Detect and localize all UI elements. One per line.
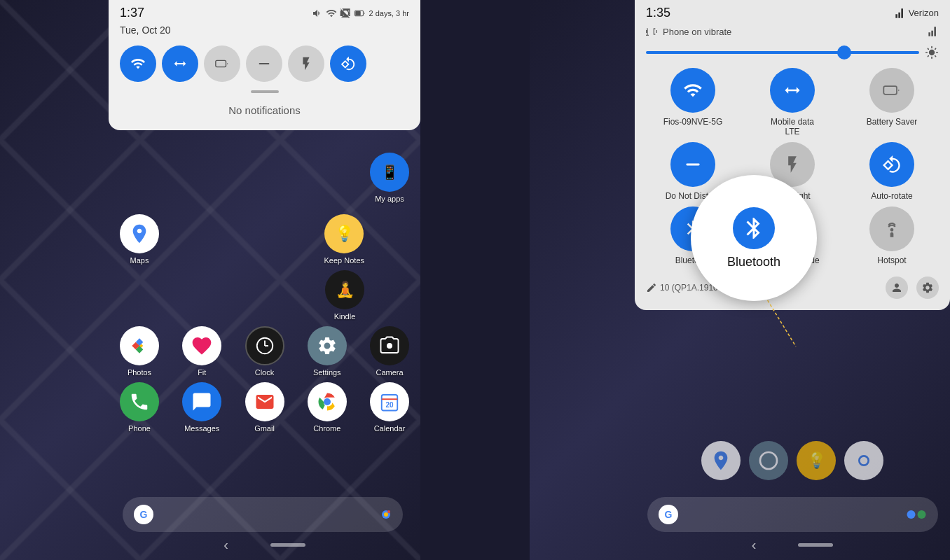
app-label-kindle: Kindle: [334, 312, 356, 321]
tile-battery-icon: [869, 68, 914, 113]
left-home-indicator[interactable]: [270, 543, 305, 547]
tile-hotspot-icon: [869, 206, 914, 251]
app-clock[interactable]: Clock: [245, 326, 284, 377]
tile-wifi-label: Fios-09NVE-5G: [663, 117, 723, 127]
right-phone: 💡 1:35 Verizon Phone on vibrate: [530, 0, 950, 560]
left-status-bar: 1:37 2 days, 3 hr: [109, 0, 420, 23]
tile-wifi-icon: [670, 68, 715, 113]
svg-point-18: [907, 510, 916, 519]
toggle-wifi[interactable]: [120, 46, 156, 82]
app-label-phone: Phone: [128, 424, 151, 433]
mic-icon-left: [375, 506, 392, 523]
left-phone: 📱 My apps Maps 💡 Keep Notes: [0, 0, 420, 560]
battery-text: 2 days, 3 hr: [369, 9, 409, 18]
panel-settings-icon[interactable]: [916, 276, 939, 299]
no-notifications-text: No notifications: [109, 96, 420, 125]
app-photos[interactable]: Photos: [120, 326, 159, 377]
left-nav-bar: ‹: [109, 537, 420, 553]
left-time: 1:37: [120, 6, 144, 20]
tile-mobiledata-label: Mobile data LTE: [771, 117, 814, 136]
right-home-indicator[interactable]: [798, 543, 833, 547]
svg-point-19: [918, 510, 926, 519]
app-label-settings: Settings: [313, 368, 341, 377]
app-chrome[interactable]: Chrome: [308, 382, 347, 433]
app-maps[interactable]: Maps: [120, 214, 159, 265]
toggle-battery[interactable]: [204, 46, 240, 82]
app-label-calendar: Calendar: [374, 424, 406, 433]
tile-hotspot[interactable]: Hotspot: [845, 206, 939, 265]
app-label-camera: Camera: [376, 368, 403, 377]
google-mic-dots-right: [906, 507, 927, 522]
bt-popup-icon: [733, 207, 775, 249]
app-phone[interactable]: Phone: [120, 382, 159, 433]
scroll-indicator: [251, 90, 279, 93]
app-messages[interactable]: Messages: [182, 382, 221, 433]
toggle-dnd[interactable]: [246, 46, 282, 82]
app-camera[interactable]: Camera: [370, 326, 409, 377]
tile-mobiledata[interactable]: Mobile data LTE: [745, 68, 839, 136]
svg-point-13: [387, 510, 390, 513]
bluetooth-popup: Bluetooth: [691, 175, 817, 301]
toggle-flashlight[interactable]: [288, 46, 324, 82]
toggle-rotate[interactable]: [330, 46, 366, 82]
tile-rotate[interactable]: Auto-rotate: [845, 142, 939, 201]
app-label-myapps: My apps: [375, 195, 404, 203]
app-label-messages: Messages: [184, 424, 219, 433]
left-back-button[interactable]: ‹: [223, 537, 228, 553]
app-gmail[interactable]: Gmail: [245, 382, 284, 433]
svg-point-12: [384, 512, 388, 517]
app-label-chrome: Chrome: [313, 424, 340, 433]
panel-user-icon[interactable]: [886, 276, 908, 299]
brightness-slider[interactable]: [635, 43, 950, 68]
svg-point-3: [324, 398, 331, 405]
tile-battery-label: Battery Saver: [867, 117, 918, 127]
tile-rotate-icon: [869, 142, 914, 187]
tile-rotate-label: Auto-rotate: [871, 191, 912, 201]
app-label-gmail: Gmail: [254, 424, 275, 433]
right-nav-bar: ‹: [635, 537, 950, 553]
tile-wifi[interactable]: Fios-09NVE-5G: [646, 68, 740, 136]
app-fit[interactable]: Fit: [182, 326, 221, 377]
date-text: Tue, Oct 20: [109, 23, 420, 40]
svg-rect-9: [216, 60, 226, 66]
tile-mobiledata-icon: [770, 68, 815, 113]
app-label-keepnotes: Keep Notes: [324, 256, 364, 265]
right-time: 1:35: [646, 6, 670, 20]
center-space: [420, 0, 530, 560]
tile-battery[interactable]: Battery Saver: [845, 68, 939, 136]
tile-hotspot-label: Hotspot: [877, 255, 906, 265]
app-settings[interactable]: Settings: [308, 326, 347, 377]
panel-actions: [886, 276, 939, 299]
left-notification-panel: 1:37 2 days, 3 hr Tue, Oct 20: [109, 0, 420, 130]
right-back-button[interactable]: ‹: [752, 537, 757, 553]
app-kindle[interactable]: 🧘 Kindle: [325, 270, 364, 321]
svg-rect-8: [355, 11, 361, 15]
right-carrier: Verizon: [895, 8, 939, 19]
app-myapps[interactable]: 📱 My apps: [370, 153, 409, 203]
left-status-icons: 2 days, 3 hr: [312, 8, 409, 19]
right-status-bar: 1:35 Verizon: [635, 0, 950, 23]
app-label-fit: Fit: [198, 368, 206, 377]
google-logo-left: G: [134, 505, 153, 524]
left-search-bar[interactable]: G: [123, 497, 403, 532]
app-label-photos: Photos: [128, 368, 151, 377]
app-label-maps: Maps: [130, 256, 149, 265]
app-calendar[interactable]: 20 Calendar: [370, 382, 409, 433]
tile-dnd-icon: [670, 142, 715, 187]
vibrate-text: Phone on vibrate: [663, 27, 731, 37]
svg-text:20: 20: [385, 401, 394, 409]
bt-popup-label: Bluetooth: [727, 255, 780, 270]
right-search-bar[interactable]: G: [647, 497, 938, 532]
google-logo-right: G: [659, 505, 678, 524]
svg-rect-15: [883, 86, 897, 94]
svg-point-14: [859, 456, 868, 465]
toggle-data[interactable]: [162, 46, 198, 82]
app-keepnotes[interactable]: 💡 Keep Notes: [324, 214, 364, 265]
app-label-clock: Clock: [255, 368, 275, 377]
vibrate-bar: Phone on vibrate: [635, 23, 950, 43]
quick-toggles: [109, 40, 420, 88]
